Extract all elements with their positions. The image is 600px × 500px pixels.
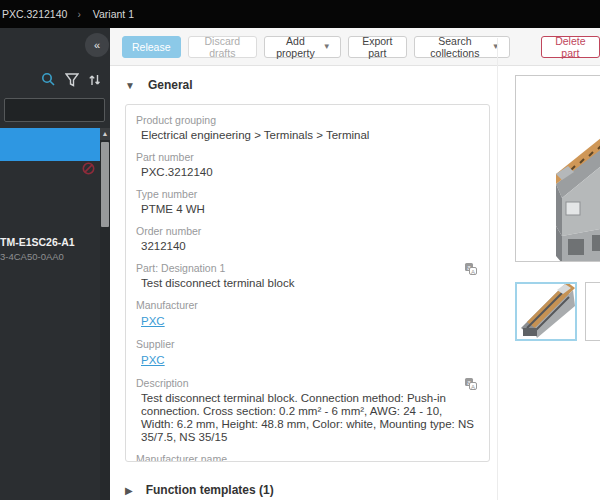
add-property-button[interactable]: Add property ▼: [264, 36, 341, 58]
svg-text:A: A: [471, 384, 475, 390]
product-image: [515, 75, 600, 262]
field-row: Part numberPXC.3212140: [136, 151, 479, 179]
field-label: Manufacturer name: [136, 453, 479, 462]
filter-icon[interactable]: [65, 73, 79, 87]
function-templates-section-header[interactable]: ▶ Function templates (1): [125, 483, 274, 497]
field-value: Test disconnect terminal block. Connecti…: [136, 392, 476, 444]
scrollbar-thumb[interactable]: [101, 142, 109, 227]
field-label: Order number: [136, 225, 479, 237]
breadcrumb-part[interactable]: PXC.3212140: [2, 8, 67, 20]
field-value: 3212140: [136, 240, 476, 253]
field-row: Manufacturer namePhoenix Contact: [136, 453, 479, 462]
field-value: PTME 4 WH: [136, 203, 476, 216]
prohibited-status-icon: [82, 162, 95, 175]
breadcrumb-variant[interactable]: Variant 1: [93, 8, 134, 20]
panel-divider: [497, 38, 498, 500]
delete-part-button[interactable]: Delete part: [541, 36, 600, 58]
field-row: Order number3212140: [136, 225, 479, 253]
sidebar-selected-item[interactable]: [0, 128, 100, 161]
translate-icon[interactable]: aA: [464, 377, 477, 390]
field-label: Manufacturer: [136, 299, 479, 311]
breadcrumb-separator-icon: ›: [77, 9, 80, 20]
field-label: Part number: [136, 151, 479, 163]
field-row: ManufacturerPXC: [136, 299, 479, 329]
thumbnail-2[interactable]: [585, 282, 600, 341]
sort-icon[interactable]: [88, 73, 102, 87]
field-row: Product groupingElectrical engineering >…: [136, 114, 479, 142]
release-button[interactable]: Release: [122, 36, 181, 58]
search-collections-button[interactable]: Search collections ▼: [414, 36, 510, 58]
discard-drafts-button[interactable]: Discard drafts: [188, 36, 258, 58]
chevron-down-icon: ▼: [323, 42, 331, 51]
sidebar-list-item[interactable]: TM-E1SC26-A1 3-4CA50-0AA0: [0, 236, 98, 262]
general-panel: Product groupingElectrical engineering >…: [125, 104, 490, 462]
sidebar-scrollbar[interactable]: ▲: [100, 128, 110, 500]
sidebar: ▲ TM-E1SC26-A1 3-4CA50-0AA0: [0, 28, 110, 500]
translate-icon[interactable]: aA: [464, 262, 477, 275]
scrollbar-up-icon[interactable]: ▲: [100, 128, 110, 140]
general-section-header[interactable]: ▼ General: [125, 78, 193, 92]
field-label: Description: [136, 377, 479, 389]
list-item-title: TM-E1SC26-A1: [0, 236, 98, 248]
field-value: PXC.3212140: [136, 166, 476, 179]
breadcrumb: PXC.3212140 › Variant 1: [0, 0, 600, 28]
field-value-link[interactable]: PXC: [136, 315, 165, 328]
field-row: Type numberPTME 4 WH: [136, 188, 479, 216]
field-row: Part: Designation 1aATest disconnect ter…: [136, 262, 479, 290]
field-row: SupplierPXC: [136, 338, 479, 368]
thumbnail-selected[interactable]: [515, 282, 577, 341]
toolbar: Release Discard drafts Add property ▼ Ex…: [110, 28, 600, 66]
chevron-down-icon: ▼: [125, 80, 135, 91]
list-item-subtitle: 3-4CA50-0AA0: [0, 251, 98, 262]
search-icon[interactable]: [41, 72, 56, 87]
field-label: Supplier: [136, 338, 479, 350]
export-part-button[interactable]: Export part: [348, 36, 407, 58]
field-label: Product grouping: [136, 114, 479, 126]
app-window: { "topbar": { "separator": "\u203a", "br…: [0, 0, 600, 500]
chevron-down-icon: ▼: [492, 42, 500, 51]
field-label: Type number: [136, 188, 479, 200]
function-templates-title: Function templates (1): [146, 483, 274, 497]
svg-text:A: A: [471, 269, 475, 275]
field-value: Electrical engineering > Terminals > Ter…: [136, 129, 476, 142]
field-label: Part: Designation 1: [136, 262, 479, 274]
field-value: Test disconnect terminal block: [136, 277, 476, 290]
general-section-title: General: [148, 78, 193, 92]
chevron-right-icon: ▶: [125, 485, 133, 496]
field-row: DescriptionaATest disconnect terminal bl…: [136, 377, 479, 444]
add-property-label: Add property: [274, 35, 317, 59]
general-fields: Product groupingElectrical engineering >…: [136, 114, 479, 462]
collapse-sidebar-button[interactable]: «: [85, 33, 109, 57]
search-collections-label: Search collections: [424, 35, 486, 59]
sidebar-search-input[interactable]: [4, 98, 105, 122]
field-value-link[interactable]: PXC: [136, 354, 165, 367]
